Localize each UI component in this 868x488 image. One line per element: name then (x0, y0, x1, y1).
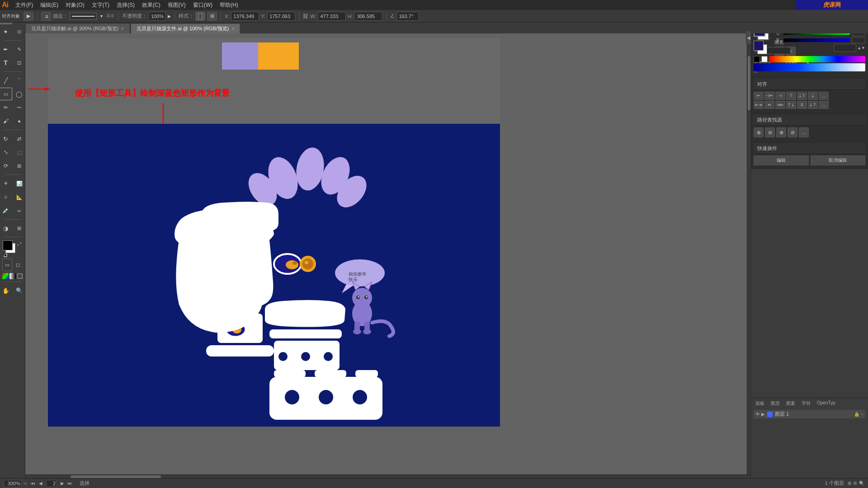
align-bottom-btn[interactable]: ⊥ (808, 92, 818, 100)
scale-tool[interactable]: ⤡ (0, 146, 12, 159)
first-page-btn[interactable]: ⏮ (31, 481, 35, 486)
paintbrush-tool[interactable]: 🖌 (0, 115, 12, 127)
more-align-btn[interactable]: … (819, 92, 829, 100)
gradient-mode-btn[interactable] (9, 273, 16, 279)
stroke-mode-btn[interactable]: ◻ (13, 258, 23, 271)
transform-icon[interactable]: ⊞ (207, 12, 217, 21)
cancel-edit-btn[interactable]: 取消编辑 (811, 155, 866, 165)
align-center-v-btn[interactable]: ⊥⊤ (797, 92, 807, 100)
artwork-canvas[interactable]: 祝你新年 快乐 (48, 124, 500, 427)
dist-left-btn[interactable]: ⇤⇥ (754, 101, 764, 109)
white-swatch[interactable] (761, 56, 768, 62)
free-transform-tool[interactable]: ⊞ (13, 160, 26, 172)
style-btn[interactable] (195, 12, 205, 21)
b-value-input[interactable] (852, 37, 865, 43)
pathfinder-more[interactable]: … (799, 127, 809, 137)
document-canvas[interactable]: 使用【矩形工具】绘制深蓝色矩形作为背景 (48, 38, 500, 427)
menu-file[interactable]: 文件(F) (12, 0, 37, 10)
measure-tool[interactable]: 📐 (13, 191, 26, 203)
collapse-right-btn[interactable]: ◀ (746, 31, 751, 44)
blend-tool[interactable]: ∞ (13, 204, 26, 217)
line-tool[interactable]: ╱ (0, 74, 12, 87)
tab-explain-close[interactable]: × (121, 26, 124, 31)
type-tool[interactable]: T (0, 56, 12, 69)
tab-source-file[interactable]: 元旦是只猫源文件.ai @ 100% (RGB/预览) × (131, 23, 240, 33)
reflect-tool[interactable]: ⇄ (13, 132, 26, 145)
dist-bottom-btn[interactable]: ⇣⇡ (808, 101, 818, 109)
zoom-input[interactable] (4, 480, 22, 487)
rotate-tool[interactable]: ↻ (0, 132, 12, 145)
prev-page-btn[interactable]: ◀ (39, 481, 42, 486)
h-input[interactable] (354, 12, 382, 21)
align-left-btn[interactable]: ⊢ (754, 92, 764, 100)
w-input[interactable] (318, 12, 346, 21)
dist-h-btn[interactable]: ⇔ (764, 101, 774, 109)
menu-edit[interactable]: 编辑(E) (37, 0, 62, 10)
symbol-tool[interactable]: ⚘ (0, 177, 12, 190)
stroke-weight-btn[interactable] (41, 12, 51, 21)
menu-window[interactable]: 窗口(W) (189, 0, 216, 10)
none-mode-btn[interactable] (17, 273, 23, 279)
settings-icon[interactable]: ⚙ (853, 481, 857, 486)
column-graph-tool[interactable]: 📊 (13, 177, 26, 190)
align-right-btn[interactable]: ⊣ (775, 92, 785, 100)
search-icon[interactable]: 🔍 (859, 481, 864, 486)
eyedropper-tool[interactable]: 💉 (0, 204, 12, 217)
color-mode-btn[interactable] (2, 273, 9, 279)
layer-1-row[interactable]: 👁 ▶ 图层 1 🔒 ○ (754, 410, 865, 418)
warp-tool[interactable]: ⟳ (0, 160, 12, 172)
angle-input[interactable] (396, 12, 419, 21)
dist-right-btn[interactable]: ⇥⇤ (775, 101, 785, 109)
menu-type[interactable]: 文字(T) (88, 0, 113, 10)
stroke-preview[interactable] (70, 13, 97, 20)
add-anchor-tool[interactable]: ✎ (13, 43, 26, 56)
smooth-tool[interactable]: 〜 (13, 101, 26, 114)
b-slider[interactable] (783, 38, 850, 42)
magic-wand-tool[interactable]: ✦ (0, 25, 12, 38)
tab-explain-file[interactable]: 元旦是只猫讲解.ai @ 300% (RGB/预览) × (25, 23, 130, 33)
mesh-tool[interactable]: ⊞ (13, 222, 26, 235)
arrange-icon[interactable]: ⊞ (848, 481, 851, 486)
menu-view[interactable]: 视图(V) (164, 0, 189, 10)
black-swatch[interactable] (754, 56, 760, 62)
menu-help[interactable]: 帮助(H) (216, 0, 242, 10)
fill-mode-btn[interactable]: ▭ (2, 258, 12, 271)
tab-source-close[interactable]: × (231, 26, 234, 31)
menu-object[interactable]: 对象(O) (62, 0, 88, 10)
area-type-tool[interactable]: ⊡ (13, 56, 26, 69)
layer-lock-icon[interactable]: 🔒 (854, 412, 859, 417)
menu-effect[interactable]: 效果(C) (138, 0, 164, 10)
hand-tool[interactable]: ✋ (0, 284, 12, 297)
rect-tool[interactable]: ▭ (0, 88, 12, 100)
foreground-color-swatch[interactable] (3, 240, 13, 250)
select-tool-btn[interactable]: ▶ (24, 12, 33, 21)
page-number-input[interactable] (46, 480, 57, 487)
swap-colors-icon[interactable] (17, 241, 22, 246)
slice-tool[interactable]: ⊹ (0, 191, 12, 203)
align-center-h-btn[interactable]: ⊣⊢ (764, 92, 774, 100)
layers-tab-panel[interactable]: 面板 (753, 400, 767, 407)
menu-select[interactable]: 选择(S) (113, 0, 138, 10)
fill-color-swatch[interactable] (754, 41, 764, 51)
edit-btn[interactable]: 编辑 (754, 155, 809, 165)
pen-tool[interactable]: ✒ (0, 43, 12, 56)
orange-swatch[interactable] (258, 42, 299, 70)
x-coord-input[interactable] (231, 12, 259, 21)
color-gradient-bar[interactable] (754, 63, 865, 71)
hue-spectrum-bar[interactable] (769, 56, 865, 62)
zoom-tool[interactable]: 🔍 (13, 284, 26, 297)
layer-visibility-icon[interactable]: 👁 (755, 412, 760, 417)
dist-v-btn[interactable]: ⇕ (797, 101, 807, 109)
layers-tab-char[interactable]: 字符 (799, 400, 813, 407)
layers-tab-opentype[interactable]: OpenTyp (814, 400, 838, 407)
unite-btn[interactable]: ⊕ (754, 127, 764, 137)
horizontal-scrollbar[interactable] (25, 474, 750, 478)
ellipse-tool[interactable]: ◯ (13, 88, 26, 100)
layers-tab-pattern[interactable]: 图案 (783, 400, 798, 407)
y-coord-input[interactable] (267, 12, 295, 21)
lasso-tool[interactable]: ⊙ (13, 25, 26, 38)
arc-tool[interactable]: ⌒ (13, 74, 26, 87)
more-dist-btn[interactable]: … (819, 101, 829, 109)
last-page-btn[interactable]: ⏭ (68, 481, 72, 486)
layers-tab-layers[interactable]: 图层 (768, 400, 783, 407)
